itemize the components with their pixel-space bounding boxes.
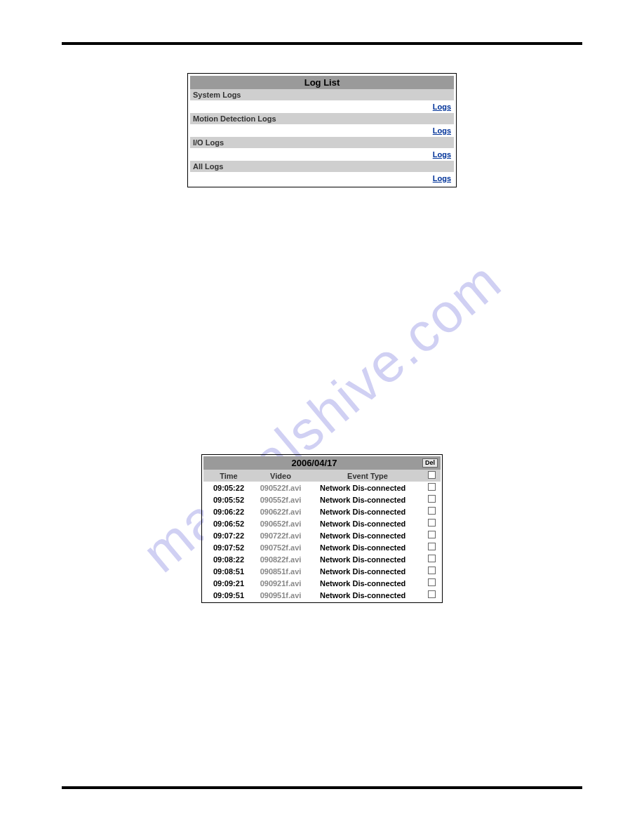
cell-time: 09:05:52: [206, 496, 251, 504]
cell-checkbox: [425, 555, 438, 564]
cell-event: Network Dis-connected: [310, 543, 425, 552]
cell-event: Network Dis-connected: [310, 496, 425, 504]
row-checkbox[interactable]: [428, 495, 436, 503]
table-row: 09:09:51090951f.aviNetwork Dis-connected: [203, 589, 441, 601]
log-section-io-linkrow: Logs: [190, 148, 454, 161]
col-time: Time: [206, 472, 251, 480]
cell-video[interactable]: 090722f.avi: [251, 531, 310, 540]
cell-video[interactable]: 090921f.avi: [251, 579, 310, 588]
table-row: 09:07:52090752f.aviNetwork Dis-connected: [203, 541, 441, 553]
cell-event: Network Dis-connected: [310, 591, 425, 600]
cell-video[interactable]: 090522f.avi: [251, 484, 310, 492]
cell-video[interactable]: 090851f.avi: [251, 567, 310, 576]
cell-time: 09:08:51: [206, 567, 251, 576]
log-section-all: All Logs: [190, 161, 454, 172]
logs-link[interactable]: Logs: [433, 126, 451, 135]
cell-checkbox: [425, 590, 438, 600]
table-row: 09:05:52090552f.aviNetwork Dis-connected: [203, 494, 441, 505]
cell-event: Network Dis-connected: [310, 579, 425, 588]
cell-time: 09:07:52: [206, 543, 251, 552]
log-section-io: I/O Logs: [190, 137, 454, 148]
cell-event: Network Dis-connected: [310, 484, 425, 492]
table-row: 09:06:22090622f.aviNetwork Dis-connected: [203, 505, 441, 517]
logs-link[interactable]: Logs: [433, 174, 451, 183]
log-section-motion: Motion Detection Logs: [190, 113, 454, 124]
select-all-checkbox[interactable]: [428, 471, 436, 479]
cell-time: 09:09:51: [206, 591, 251, 600]
row-checkbox[interactable]: [428, 531, 436, 538]
logs-link[interactable]: Logs: [433, 150, 451, 159]
cell-time: 09:06:22: [206, 508, 251, 516]
log-list-title: Log List: [190, 76, 454, 89]
log-table-titlebar: 2006/04/17 Del: [203, 456, 441, 470]
row-checkbox[interactable]: [428, 590, 436, 598]
cell-video[interactable]: 090752f.avi: [251, 543, 310, 552]
cell-checkbox: [425, 507, 438, 516]
row-checkbox[interactable]: [428, 519, 436, 527]
log-section-motion-linkrow: Logs: [190, 124, 454, 137]
log-list-panel: Log List System Logs Logs Motion Detecti…: [187, 73, 457, 187]
page: Log List System Logs Logs Motion Detecti…: [0, 0, 644, 834]
table-row: 09:08:22090822f.aviNetwork Dis-connected: [203, 553, 441, 565]
cell-time: 09:08:22: [206, 555, 251, 564]
cell-time: 09:05:22: [206, 484, 251, 492]
cell-event: Network Dis-connected: [310, 508, 425, 516]
top-rule: [62, 42, 582, 45]
cell-checkbox: [425, 543, 438, 552]
log-table-panel: 2006/04/17 Del Time Video Event Type 09:…: [201, 454, 443, 603]
cell-checkbox: [425, 519, 438, 528]
log-section-system-linkrow: Logs: [190, 100, 454, 113]
table-row: 09:05:22090522f.aviNetwork Dis-connected: [203, 482, 441, 494]
cell-checkbox: [425, 483, 438, 492]
log-table-body: 09:05:22090522f.aviNetwork Dis-connected…: [203, 482, 441, 601]
cell-time: 09:06:52: [206, 519, 251, 528]
cell-event: Network Dis-connected: [310, 555, 425, 564]
logs-link[interactable]: Logs: [433, 102, 451, 111]
col-video: Video: [251, 472, 310, 480]
cell-event: Network Dis-connected: [310, 567, 425, 576]
row-checkbox[interactable]: [428, 483, 436, 491]
log-section-system: System Logs: [190, 89, 454, 100]
cell-video[interactable]: 090652f.avi: [251, 519, 310, 528]
log-table-header: Time Video Event Type: [203, 470, 441, 482]
cell-video[interactable]: 090822f.avi: [251, 555, 310, 564]
cell-event: Network Dis-connected: [310, 531, 425, 540]
table-row: 09:08:51090851f.aviNetwork Dis-connected: [203, 565, 441, 577]
bottom-rule: [62, 786, 582, 789]
cell-video[interactable]: 090951f.avi: [251, 591, 310, 600]
row-checkbox[interactable]: [428, 578, 436, 586]
cell-checkbox: [425, 567, 438, 576]
row-checkbox[interactable]: [428, 567, 436, 574]
delete-button[interactable]: Del: [422, 458, 438, 468]
col-event: Event Type: [310, 472, 425, 480]
table-row: 09:07:22090722f.aviNetwork Dis-connected: [203, 529, 441, 541]
cell-video[interactable]: 090552f.avi: [251, 496, 310, 504]
table-row: 09:06:52090652f.aviNetwork Dis-connected: [203, 517, 441, 529]
table-row: 09:09:21090921f.aviNetwork Dis-connected: [203, 577, 441, 589]
cell-time: 09:09:21: [206, 579, 251, 588]
col-select-all: [425, 471, 438, 480]
cell-checkbox: [425, 495, 438, 504]
row-checkbox[interactable]: [428, 507, 436, 515]
cell-video[interactable]: 090622f.avi: [251, 508, 310, 516]
row-checkbox[interactable]: [428, 543, 436, 550]
cell-event: Network Dis-connected: [310, 519, 425, 528]
log-section-all-linkrow: Logs: [190, 172, 454, 185]
row-checkbox[interactable]: [428, 555, 436, 562]
cell-time: 09:07:22: [206, 531, 251, 540]
cell-checkbox: [425, 531, 438, 540]
cell-checkbox: [425, 578, 438, 588]
log-table-date: 2006/04/17: [206, 458, 422, 468]
